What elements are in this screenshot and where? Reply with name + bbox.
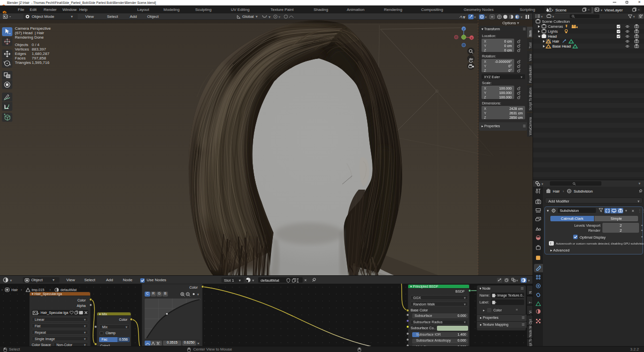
svg-text:▾: ▾ bbox=[197, 293, 199, 296]
svg-text:Head: Head bbox=[548, 34, 557, 39]
svg-text:Hair: Hair bbox=[552, 39, 559, 44]
svg-text:▾: ▾ bbox=[38, 312, 39, 315]
svg-text:▾: ▾ bbox=[252, 278, 254, 283]
svg-text:Z: Z bbox=[463, 28, 465, 31]
svg-text:▾: ▾ bbox=[485, 15, 487, 19]
svg-text:▾: ▾ bbox=[552, 8, 554, 11]
svg-text:▾: ▾ bbox=[463, 15, 465, 19]
svg-text:▾: ▾ bbox=[268, 15, 270, 19]
svg-text:X: X bbox=[471, 37, 473, 40]
svg-text:Cameras: Cameras bbox=[548, 24, 563, 29]
svg-text:▾: ▾ bbox=[541, 15, 543, 18]
svg-text:▾: ▾ bbox=[521, 15, 523, 19]
svg-text:▾: ▾ bbox=[278, 15, 280, 19]
svg-text:Lights: Lights bbox=[548, 29, 558, 34]
svg-text:▾: ▾ bbox=[10, 278, 12, 283]
svg-text:Scene Collection: Scene Collection bbox=[542, 19, 570, 24]
svg-text:▾: ▾ bbox=[516, 279, 518, 282]
svg-text:▾: ▾ bbox=[601, 8, 603, 11]
svg-text:Base Head: Base Head bbox=[552, 44, 571, 49]
svg-text:▾: ▾ bbox=[552, 15, 554, 18]
svg-text:▾: ▾ bbox=[633, 15, 635, 18]
svg-text:▾: ▾ bbox=[528, 279, 530, 282]
svg-text:▾: ▾ bbox=[474, 15, 476, 19]
